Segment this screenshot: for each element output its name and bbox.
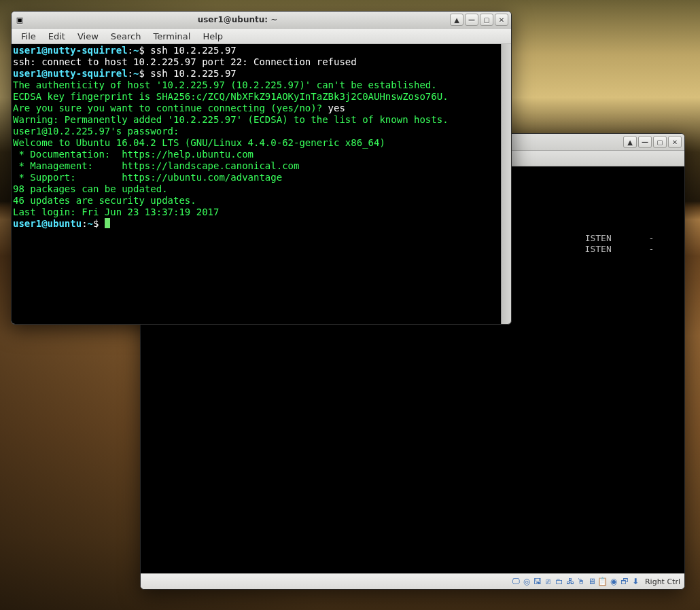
terminal-menu-search[interactable]: Search xyxy=(105,31,147,42)
terminal-maximize-button[interactable]: ▢ xyxy=(480,14,493,26)
terminal-menu-file[interactable]: File xyxy=(16,31,41,42)
desktop-background: ◧ VM VirtualBox ▲ — ▢ ✕ FileMachineViewI… xyxy=(0,0,700,610)
terminal-line: user1@10.2.225.97's password: xyxy=(13,126,500,137)
terminal-minimize-button[interactable]: — xyxy=(465,14,478,26)
terminal-close-button[interactable]: ✕ xyxy=(495,14,508,26)
vm-maximize-button[interactable]: ▢ xyxy=(653,136,667,148)
folder-icon[interactable]: 🗀 xyxy=(554,576,565,587)
terminal-line: 98 packages can be updated. xyxy=(13,183,500,195)
mouse-icon[interactable]: 🖱 xyxy=(576,576,587,587)
terminal-up-button[interactable]: ▲ xyxy=(450,14,463,26)
terminal-output[interactable]: user1@nutty-squirrel:~$ ssh 10.2.225.97s… xyxy=(12,44,501,324)
record-icon[interactable]: ◉ xyxy=(608,576,619,587)
terminal-line: * Management: https://landscape.canonica… xyxy=(13,160,500,172)
terminal-titlebar[interactable]: ▣ user1@ubuntu: ~ ▲ — ▢ ✕ xyxy=(12,12,511,29)
terminal-line: user1@nutty-squirrel:~$ ssh 10.2.225.97 xyxy=(13,68,500,79)
terminal-title: user1@ubuntu: ~ xyxy=(29,15,446,24)
terminal-menu-terminal[interactable]: Terminal xyxy=(147,31,196,42)
terminal-window[interactable]: ▣ user1@ubuntu: ~ ▲ — ▢ ✕ FileEditViewSe… xyxy=(11,11,512,325)
vm-statusbar: 🖵◎🖫⎚🗀🖧🖱🖥📋◉🗗⬇ Right Ctrl xyxy=(141,573,684,589)
hostkey-icon[interactable]: ⬇ xyxy=(630,576,641,587)
terminal-app-icon: ▣ xyxy=(14,14,25,25)
terminal-scrollbar[interactable] xyxy=(501,44,511,324)
terminal-line: user1@ubuntu:~$ xyxy=(13,218,500,230)
vm-icon[interactable]: 🗗 xyxy=(619,576,630,587)
vm-up-button[interactable]: ▲ xyxy=(623,136,637,148)
vm-minimize-button[interactable]: — xyxy=(638,136,652,148)
terminal-line: * Support: https://ubuntu.com/advantage xyxy=(13,172,500,183)
clipboard-icon[interactable]: 📋 xyxy=(597,576,608,587)
vm-hostkey-label: Right Ctrl xyxy=(645,577,680,586)
terminal-line: Welcome to Ubuntu 16.04.2 LTS (GNU/Linux… xyxy=(13,137,500,149)
terminal-menu-edit[interactable]: Edit xyxy=(43,31,71,42)
terminal-line: ssh: connect to host 10.2.225.97 port 22… xyxy=(13,56,500,68)
vm-close-button[interactable]: ✕ xyxy=(668,136,682,148)
usb-icon[interactable]: ⎚ xyxy=(543,576,554,587)
terminal-menubar[interactable]: FileEditViewSearchTerminalHelp xyxy=(12,29,511,44)
cd-icon[interactable]: ◎ xyxy=(521,576,532,587)
terminal-menu-view[interactable]: View xyxy=(72,31,104,42)
cursor xyxy=(105,218,110,228)
terminal-line: ECDSA key fingerprint is SHA256:c/ZCQ/Nb… xyxy=(13,91,500,103)
terminal-line: 46 updates are security updates. xyxy=(13,195,500,207)
terminal-line: Last login: Fri Jun 23 13:37:19 2017 xyxy=(13,207,500,218)
terminal-line: * Documentation: https://help.ubuntu.com xyxy=(13,149,500,160)
monitor-icon[interactable]: 🖥 xyxy=(587,576,597,587)
terminal-line: Warning: Permanently added '10.2.225.97'… xyxy=(13,114,500,126)
display-icon[interactable]: 🖵 xyxy=(510,576,521,587)
network-icon[interactable]: 🖧 xyxy=(565,576,576,587)
terminal-line: Are you sure you want to continue connec… xyxy=(13,103,500,114)
floppy-icon[interactable]: 🖫 xyxy=(532,576,543,587)
terminal-menu-help[interactable]: Help xyxy=(197,31,228,42)
terminal-line: The authenticity of host '10.2.225.97 (1… xyxy=(13,79,500,91)
terminal-line: user1@nutty-squirrel:~$ ssh 10.2.225.97 xyxy=(13,45,500,56)
